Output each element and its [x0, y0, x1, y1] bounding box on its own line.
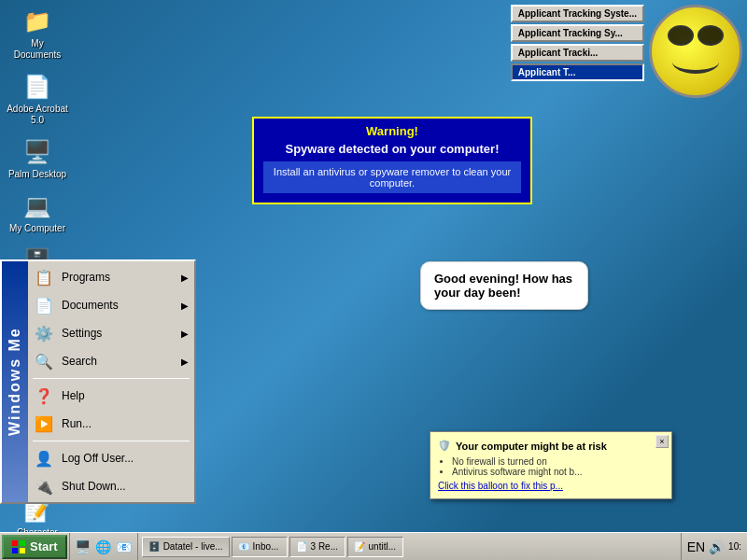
start-menu-items: 📋 Programs ▶ 📄 Documents ▶ ⚙️ Settings ▶… — [28, 261, 194, 502]
warning-title: Warning! — [263, 124, 521, 138]
desktop-icon-my-documents[interactable]: 📁 My Documents — [5, 5, 70, 63]
security-balloon-close-button[interactable]: × — [655, 435, 669, 448]
search-icon: 🔍 — [34, 351, 54, 371]
start-menu-brand: Windows Me — [7, 328, 23, 437]
programs-icon: 📋 — [34, 267, 54, 287]
desktop-icon-palm[interactable]: 🖥️ Palm Desktop — [5, 135, 70, 182]
applicant-panel-2[interactable]: Applicant Tracking Sy... — [511, 24, 644, 42]
taskbar-item-untitled-icon: 📝 — [354, 541, 365, 552]
taskbar: Start 🖥️ 🌐 📧 🗄️ Datatel - live... 📧 Inbo… — [0, 532, 747, 560]
documents-label: Documents — [62, 299, 174, 312]
taskbar-item-3re-icon: 📄 — [296, 541, 307, 552]
warning-body[interactable]: Install an antivirus or spyware remover … — [263, 161, 521, 193]
applicant-panels: Applicant Tracking Syste... Applicant Tr… — [511, 5, 644, 83]
my-documents-label: My Documents — [7, 38, 68, 61]
svg-rect-1 — [20, 540, 25, 546]
help-label: Help — [62, 389, 189, 402]
taskbar-item-untitled-label: untitl... — [369, 541, 396, 552]
menu-item-help[interactable]: ❓ Help — [28, 382, 194, 410]
menu-separator-1 — [33, 378, 190, 379]
chat-bubble-text: Good evening! How has your day been! — [434, 272, 572, 300]
taskbar-item-inbox[interactable]: 📧 Inbo... — [232, 537, 288, 557]
outlook-icon[interactable]: 📧 — [115, 538, 134, 556]
shutdown-icon: 🔌 — [34, 476, 54, 497]
programs-label: Programs — [62, 271, 174, 284]
svg-rect-3 — [20, 548, 25, 553]
menu-separator-2 — [33, 441, 190, 441]
my-computer-icon: 💻 — [22, 191, 52, 221]
run-label: Run... — [62, 417, 189, 430]
show-desktop-icon[interactable]: 🖥️ — [74, 538, 92, 556]
menu-item-settings[interactable]: ⚙️ Settings ▶ — [28, 319, 194, 347]
smiley-face — [649, 5, 742, 98]
shutdown-label: Shut Down... — [62, 480, 189, 493]
start-button-label: Start — [30, 539, 58, 553]
smiley-glasses — [668, 25, 724, 46]
menu-item-shutdown[interactable]: 🔌 Shut Down... — [28, 472, 194, 500]
security-bullet-list: No firewall is turned on Antivirus softw… — [438, 456, 664, 477]
start-button[interactable]: Start — [2, 535, 67, 559]
svg-rect-0 — [12, 540, 18, 546]
settings-arrow: ▶ — [181, 329, 189, 339]
taskbar-item-3re[interactable]: 📄 3 Re... — [289, 537, 345, 557]
start-menu: Windows Me 📋 Programs ▶ 📄 Documents ▶ ⚙️… — [0, 259, 196, 504]
taskbar-item-datatel-icon: 🗄️ — [148, 541, 160, 552]
ie-icon[interactable]: 🌐 — [94, 538, 113, 556]
taskbar-item-datatel[interactable]: 🗄️ Datatel - live... — [142, 537, 230, 557]
smiley-right-lens — [698, 25, 724, 46]
logoff-icon: 👤 — [34, 448, 54, 469]
smiley-left-lens — [668, 25, 694, 46]
svg-rect-2 — [12, 548, 18, 553]
taskbar-item-inbox-label: Inbo... — [253, 541, 279, 552]
my-documents-icon: 📁 — [22, 7, 52, 36]
menu-item-programs[interactable]: 📋 Programs ▶ — [28, 263, 194, 291]
security-balloon: × 🛡️ Your computer might be at risk No f… — [430, 431, 672, 499]
smiley-mouth — [672, 50, 719, 74]
system-tray: EN 🔊 10: — [681, 533, 747, 560]
documents-arrow: ▶ — [181, 301, 189, 311]
taskbar-item-3re-label: 3 Re... — [311, 541, 338, 552]
search-label: Search — [62, 355, 174, 368]
menu-item-search[interactable]: 🔍 Search ▶ — [28, 347, 194, 375]
tray-volume-icon[interactable]: 🔊 — [709, 539, 725, 554]
security-bullet-2: Antivirus software might not b... — [452, 467, 664, 477]
security-title-text: Your computer might be at risk — [456, 441, 607, 452]
start-menu-sidebar: Windows Me — [2, 261, 28, 502]
logoff-label: Log Off User... — [62, 452, 189, 465]
warning-subtitle: Spyware detected on your computer! — [263, 142, 521, 156]
security-balloon-title: 🛡️ Your computer might be at risk — [438, 440, 664, 452]
shield-icon: 🛡️ — [438, 440, 451, 452]
menu-item-documents[interactable]: 📄 Documents ▶ — [28, 291, 194, 319]
adobe-icon: 📄 — [22, 72, 52, 102]
chat-bubble: Good evening! How has your day been! — [420, 261, 588, 310]
applicant-panel-3[interactable]: Applicant Tracki... — [511, 44, 644, 62]
menu-item-logoff[interactable]: 👤 Log Off User... — [28, 444, 194, 472]
palm-icon: 🖥️ — [22, 137, 52, 167]
search-arrow: ▶ — [181, 357, 189, 367]
tray-en-icon[interactable]: EN — [687, 539, 705, 554]
taskbar-items-area: 🗄️ Datatel - live... 📧 Inbo... 📄 3 Re...… — [138, 537, 681, 557]
warning-popup: Warning! Spyware detected on your comput… — [252, 117, 532, 204]
taskbar-item-datatel-label: Datatel - live... — [163, 541, 223, 552]
taskbar-item-untitled[interactable]: 📝 untitl... — [347, 537, 403, 557]
desktop-icon-adobe[interactable]: 📄 Adobe Acrobat 5.0 — [5, 70, 70, 128]
menu-item-run[interactable]: ▶️ Run... — [28, 410, 194, 438]
windows-logo-icon — [11, 539, 26, 554]
applicant-panel-4[interactable]: Applicant T... — [511, 63, 644, 81]
run-icon: ▶️ — [34, 413, 54, 434]
help-icon: ❓ — [34, 385, 54, 406]
my-computer-label: My Computer — [9, 223, 65, 234]
tray-clock: 10: — [728, 541, 741, 552]
security-balloon-footer[interactable]: Click this balloon to fix this p... — [438, 481, 664, 491]
security-bullet-1: No firewall is turned on — [452, 456, 664, 467]
security-balloon-body: No firewall is turned on Antivirus softw… — [438, 456, 664, 477]
quick-launch-area: 🖥️ 🌐 📧 — [69, 533, 138, 560]
applicant-panel-1[interactable]: Applicant Tracking Syste... — [511, 5, 644, 22]
settings-label: Settings — [62, 327, 174, 340]
desktop-icon-my-computer[interactable]: 💻 My Computer — [5, 189, 70, 236]
settings-icon: ⚙️ — [34, 323, 54, 343]
palm-label: Palm Desktop — [8, 169, 66, 180]
documents-icon: 📄 — [34, 295, 54, 315]
adobe-label: Adobe Acrobat 5.0 — [7, 104, 68, 126]
desktop: 📁 My Documents 📄 Adobe Acrobat 5.0 🖥️ Pa… — [0, 0, 747, 532]
